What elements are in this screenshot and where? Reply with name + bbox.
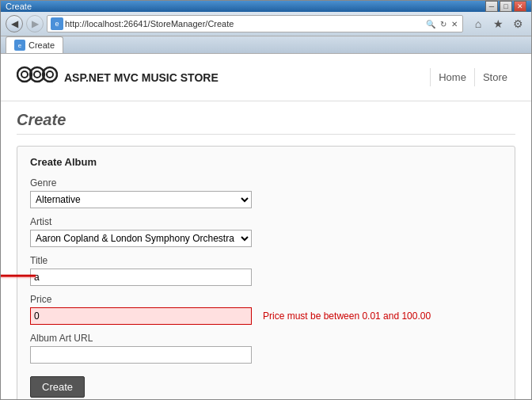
svg-point-5	[47, 71, 53, 78]
tab-bar: e Create	[1, 36, 531, 54]
address-bar[interactable]: e http://localhost:26641/StoreManager/Cr…	[47, 15, 463, 32]
address-actions: 🔍 ↻ ✕	[424, 20, 459, 29]
logo-icon	[17, 60, 58, 94]
favorites-button[interactable]: ★	[489, 15, 507, 32]
browser-toolbar-right: ⌂ ★ ⚙	[469, 15, 526, 32]
back-nav-button[interactable]: ◀	[6, 15, 23, 32]
form-panel: Create Album Genre Alternative Classical…	[17, 146, 515, 400]
genre-select[interactable]: Alternative Classical Country Disco Funk…	[30, 191, 252, 208]
maximize-button[interactable]: □	[500, 1, 512, 12]
title-group: Title	[30, 255, 502, 286]
title-label: Title	[30, 255, 502, 266]
price-group: Price Price must be between 0.01 and 100…	[30, 294, 502, 325]
address-text: http://localhost:26641/StoreManager/Crea…	[65, 19, 423, 29]
tab-label: Create	[28, 40, 55, 50]
site-nav: Home Store	[430, 68, 515, 86]
back-arrow-icon: ◀	[11, 18, 18, 29]
artist-select[interactable]: Aaron Copland & London Symphony Orchestr…	[30, 230, 252, 247]
create-button[interactable]: Create	[30, 376, 85, 398]
album-art-group: Album Art URL	[30, 333, 502, 364]
site-logo: ASP.NET MVC MUSIC STORE	[17, 60, 218, 94]
album-art-input[interactable]	[30, 346, 252, 364]
window-title: Create	[6, 2, 32, 11]
site-header: ASP.NET MVC MUSIC STORE Home Store	[1, 54, 531, 101]
nav-home[interactable]: Home	[430, 68, 474, 86]
home-button[interactable]: ⌂	[469, 15, 487, 32]
nav-store[interactable]: Store	[474, 68, 515, 86]
page-content: ASP.NET MVC MUSIC STORE Home Store Creat…	[1, 54, 531, 400]
price-row: Price must be between 0.01 and 100.00	[30, 307, 502, 325]
svg-point-1	[21, 71, 28, 78]
close-button[interactable]: ✕	[514, 1, 526, 12]
address-refresh-icon[interactable]: ↻	[439, 20, 448, 29]
price-input[interactable]	[30, 307, 252, 325]
artist-label: Artist	[30, 216, 502, 227]
logo-svg	[17, 60, 58, 89]
settings-button[interactable]: ⚙	[509, 15, 526, 32]
genre-label: Genre	[30, 177, 502, 189]
svg-point-3	[34, 71, 40, 78]
minimize-button[interactable]: ─	[485, 1, 498, 12]
ie-icon: e	[51, 17, 63, 30]
tab-create[interactable]: e Create	[6, 36, 63, 53]
site-title: ASP.NET MVC MUSIC STORE	[64, 71, 218, 84]
forward-nav-button[interactable]: ▶	[26, 15, 44, 32]
artist-group: Artist Aaron Copland & London Symphony O…	[30, 216, 502, 247]
genre-group: Genre Alternative Classical Country Disc…	[30, 177, 502, 208]
price-label: Price	[30, 294, 502, 305]
window-controls: ─ □ ✕	[485, 1, 526, 12]
address-close-icon[interactable]: ✕	[450, 20, 459, 29]
address-search-icon[interactable]: 🔍	[424, 20, 437, 29]
form-panel-title: Create Album	[30, 156, 502, 168]
tab-ie-icon: e	[14, 40, 25, 51]
window-titlebar: Create ─ □ ✕	[1, 1, 531, 12]
browser-toolbar: ◀ ▶ e http://localhost:26641/StoreManage…	[1, 12, 531, 36]
page-heading: Create	[17, 111, 515, 135]
album-art-label: Album Art URL	[30, 333, 502, 344]
main-area: Create Create Album Genre Alternative Cl…	[1, 101, 531, 400]
forward-arrow-icon: ▶	[32, 18, 39, 29]
price-error-message: Price must be between 0.01 and 100.00	[263, 310, 431, 322]
title-input[interactable]	[30, 269, 252, 286]
